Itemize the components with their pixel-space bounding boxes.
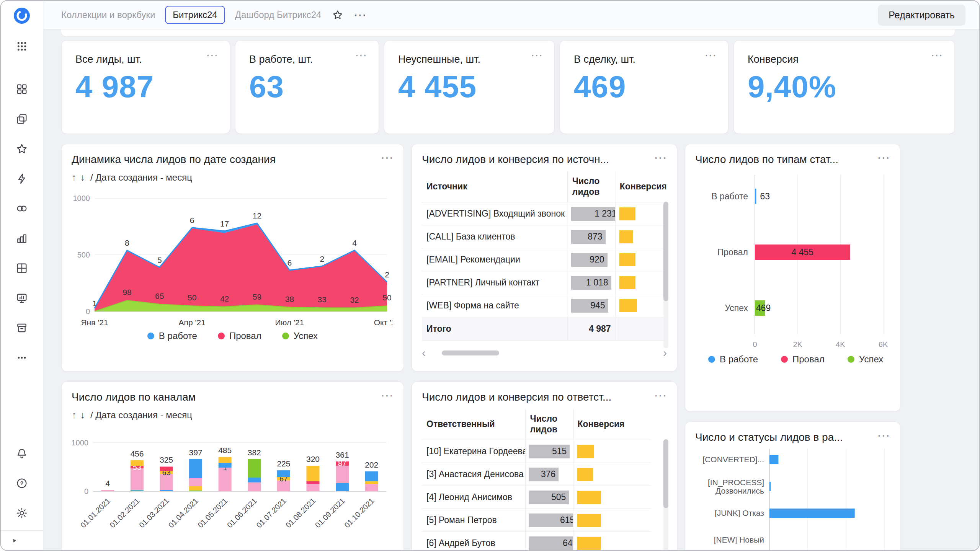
sort-desc-icon[interactable]: ↓	[80, 409, 85, 421]
vertical-scrollbar[interactable]	[663, 202, 668, 348]
leads-dynamics-area-chart[interactable]: 05001000Янв '21Апр '21Июл '21Окт '218561…	[62, 183, 403, 329]
edit-button[interactable]: Редактировать	[878, 5, 965, 26]
collapse-sidebar-button[interactable]	[1, 530, 43, 550]
kpi-menu-icon[interactable]: ⋯	[931, 49, 943, 61]
projects-box-icon[interactable]	[9, 317, 35, 339]
favorites-star-icon[interactable]	[9, 138, 35, 160]
svg-text:382: 382	[248, 448, 261, 457]
leads-by-channel-stacked-bar-chart[interactable]: 10000401.01.20215345601.02.20216332501.0…	[62, 421, 403, 551]
charts-icon[interactable]	[9, 227, 35, 249]
conversion-cell	[573, 509, 652, 531]
workbooks-icon[interactable]	[9, 108, 35, 130]
help-icon[interactable]: ?	[9, 472, 35, 494]
kpi-menu-icon[interactable]: ⋯	[355, 49, 367, 61]
vertical-scrollbar[interactable]	[663, 439, 668, 551]
apps-grid-icon[interactable]	[9, 35, 35, 57]
table-row[interactable]: [3] Анастасия Денисова376	[422, 463, 652, 486]
favorite-star-icon[interactable]	[332, 9, 343, 21]
more-icon[interactable]	[9, 347, 35, 369]
collections-icon[interactable]	[9, 78, 35, 100]
row-name-cell: [WEB] Форма на сайте	[422, 294, 568, 317]
svg-text:Июл '21: Июл '21	[275, 318, 304, 327]
notifications-bell-icon[interactable]	[9, 442, 35, 465]
conversion-bar	[577, 514, 601, 527]
datalens-logo[interactable]	[13, 7, 31, 24]
table-header-row: ОтветственныйЧисло лидовКонверсия	[422, 409, 652, 440]
legend-label: Успех	[294, 331, 318, 341]
value-bar: 376	[529, 468, 559, 481]
column-header: Число лидов	[525, 409, 573, 440]
legend-item[interactable]: Успех	[282, 331, 318, 341]
kpi-menu-icon[interactable]: ⋯	[531, 49, 543, 61]
svg-text:202: 202	[365, 460, 378, 469]
lead-statuses-bar-chart[interactable]: [CONVERTED]...[IN_PROCESS]Дозвонились[JU…	[685, 443, 900, 551]
legend-item[interactable]: В работе	[147, 331, 197, 341]
svg-text:50: 50	[382, 293, 391, 302]
table-row[interactable]: [PARTNER] Личный контакт1 018	[422, 271, 667, 294]
svg-text:2: 2	[385, 270, 389, 279]
table-row[interactable]: [ADVERTISING] Входящий звонок1 231	[422, 202, 667, 225]
sort-asc-icon[interactable]: ↑	[72, 172, 77, 183]
table-row[interactable]: [5] Роман Петров615	[422, 509, 652, 532]
responsible-table[interactable]: ОтветственныйЧисло лидовКонверсия[10] Ек…	[412, 403, 677, 551]
kpi-menu-icon[interactable]: ⋯	[206, 49, 218, 61]
svg-text:01.05.2021: 01.05.2021	[196, 496, 229, 529]
dashboard-breadcrumb[interactable]: Дашборд Битрикс24	[235, 10, 322, 20]
table-row[interactable]: [6] Андрей Бутов649	[422, 532, 652, 551]
kpi-card: ⋯В работе, шт.63	[235, 40, 379, 134]
breadcrumb[interactable]: Коллекции и воркбуки	[61, 10, 155, 20]
sort-asc-icon[interactable]: ↑	[72, 409, 77, 421]
value-bar: 945	[571, 299, 608, 313]
table-row[interactable]: [10] Екатерина Гордеева515	[422, 440, 652, 463]
svg-text:6: 6	[190, 216, 194, 225]
card-menu-icon[interactable]: ⋯	[877, 153, 890, 162]
editor-lightning-icon[interactable]	[9, 168, 35, 190]
svg-text:?: ?	[20, 480, 24, 486]
kpi-label: Неуспешные, шт.	[398, 54, 541, 65]
card-menu-icon[interactable]: ⋯	[381, 391, 394, 399]
scroll-left-icon[interactable]: ‹	[422, 347, 426, 359]
svg-text:[CONVERTED]...: [CONVERTED]...	[702, 455, 764, 464]
table-row[interactable]: [4] Леонид Анисимов505	[422, 486, 652, 509]
dashboards-monitor-icon[interactable]	[9, 287, 35, 309]
sort-field-label: / Дата создания - месяц	[90, 410, 192, 421]
header-more-icon[interactable]: ⋯	[353, 8, 366, 21]
horizontal-scrollbar[interactable]: ‹›	[422, 347, 667, 359]
scroll-thumb[interactable]	[663, 439, 668, 508]
conversion-cell	[573, 486, 652, 509]
svg-text:325: 325	[160, 455, 173, 464]
legend-item[interactable]: Провал	[781, 354, 825, 365]
card-menu-icon[interactable]: ⋯	[381, 153, 394, 162]
svg-text:1000: 1000	[72, 439, 89, 447]
sort-desc-icon[interactable]: ↓	[80, 172, 85, 183]
card-menu-icon[interactable]: ⋯	[877, 431, 890, 440]
legend-item[interactable]: В работе	[708, 354, 758, 365]
scroll-thumb[interactable]	[442, 350, 499, 355]
svg-text:01.02.2021: 01.02.2021	[108, 496, 141, 529]
table-header-row: ИсточникЧисло лидовКонверсия	[422, 171, 667, 202]
svg-text:01.10.2021: 01.10.2021	[343, 496, 376, 529]
svg-text:0: 0	[84, 487, 88, 496]
sources-table[interactable]: ИсточникЧисло лидовКонверсия[ADVERTISING…	[412, 166, 677, 341]
kpi-value: 63	[249, 69, 365, 104]
scroll-right-icon[interactable]: ›	[663, 347, 667, 359]
card-menu-icon[interactable]: ⋯	[654, 153, 667, 162]
kpi-menu-icon[interactable]: ⋯	[704, 49, 717, 61]
status-types-bar-chart[interactable]: 02K4K6K63В работе4 455Провал469Успех	[685, 166, 900, 352]
table-row[interactable]: [EMAIL] Рекомендации920	[422, 248, 667, 271]
svg-text:225: 225	[277, 459, 290, 468]
settings-gear-icon[interactable]	[9, 502, 35, 524]
card-menu-icon[interactable]: ⋯	[654, 391, 667, 399]
scroll-thumb[interactable]	[663, 202, 668, 301]
workbook-chip[interactable]: Битрикс24	[165, 6, 225, 24]
tables-icon[interactable]	[9, 257, 35, 279]
svg-text:5: 5	[157, 256, 162, 264]
conversion-bar	[619, 299, 637, 312]
connections-icon[interactable]	[9, 197, 35, 220]
legend-item[interactable]: Провал	[218, 331, 261, 341]
legend-item[interactable]: Успех	[848, 354, 883, 365]
topbar: Коллекции и воркбуки Битрикс24 Дашборд Б…	[43, 1, 979, 29]
sidebar: ?	[1, 1, 43, 550]
table-row[interactable]: [CALL] База клиентов873	[422, 225, 667, 248]
table-row[interactable]: [WEB] Форма на сайте945	[422, 294, 667, 317]
